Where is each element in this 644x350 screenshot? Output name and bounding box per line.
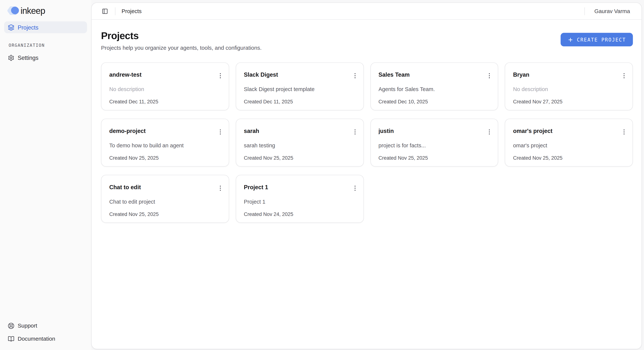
kebab-icon (620, 128, 628, 135)
kebab-icon (217, 72, 224, 79)
kebab-icon (351, 128, 358, 135)
project-card[interactable]: Chat to edit Chat to edit project Create… (101, 175, 229, 223)
user-menu-button[interactable]: Gaurav Varma (594, 8, 630, 14)
project-menu-button[interactable] (620, 71, 628, 80)
project-card[interactable]: Sales Team Agents for Sales Team. Create… (370, 62, 498, 110)
sidebar: inkeep Projects ORGANIZATION (0, 0, 91, 350)
project-card[interactable]: justin project is for facts... Created N… (370, 118, 498, 167)
projects-grid: andrew-test No description Created Dec 1… (101, 62, 633, 223)
project-created-date: Created Nov 27, 2025 (513, 99, 625, 105)
create-project-label: CREATE PROJECT (577, 37, 626, 42)
project-description: Project 1 (244, 198, 356, 206)
organization-section: Settings (4, 52, 87, 64)
project-menu-button[interactable] (485, 128, 494, 136)
kebab-icon (486, 72, 493, 79)
project-description: project is for facts... (378, 142, 490, 150)
sidebar-toggle-button[interactable] (102, 8, 108, 14)
project-description: Slack Digest project template (244, 86, 356, 93)
project-description: Agents for Sales Team. (378, 86, 490, 93)
content-header: Projects Projects help you organize your… (101, 29, 633, 52)
project-created-date: Created Nov 25, 2025 (378, 155, 490, 161)
sidebar-item-settings[interactable]: Settings (4, 52, 87, 64)
project-card[interactable]: sarah sarah testing Created Nov 25, 2025 (236, 118, 364, 167)
kebab-icon (217, 185, 224, 192)
life-buoy-icon (8, 322, 14, 329)
book-open-icon (8, 336, 14, 342)
kebab-icon (486, 128, 493, 135)
panel-left-icon (102, 8, 108, 14)
organization-section-label: ORGANIZATION (8, 43, 87, 47)
inkeep-logo[interactable]: inkeep (8, 5, 87, 16)
kebab-icon (351, 72, 358, 79)
app-root: inkeep Projects ORGANIZATION (0, 0, 644, 350)
project-created-date: Created Nov 25, 2025 (109, 155, 221, 161)
project-created-date: Created Nov 25, 2025 (244, 155, 356, 161)
sidebar-item-label: Documentation (18, 336, 55, 342)
sidebar-item-label: Projects (18, 24, 38, 30)
project-description: No description (513, 86, 625, 93)
project-description: To demo how to build an agent (109, 142, 221, 150)
project-card[interactable]: andrew-test No description Created Dec 1… (101, 62, 229, 110)
content: Projects Projects help you organize your… (92, 20, 642, 223)
project-menu-button[interactable] (620, 128, 628, 136)
project-created-date: Created Nov 24, 2025 (244, 211, 356, 217)
project-menu-button[interactable] (485, 71, 494, 80)
project-description: Chat to edit project (109, 198, 221, 206)
project-name: Sales Team (378, 71, 490, 78)
inkeep-logo-icon: inkeep (8, 5, 52, 16)
inkeep-wordmark: inkeep (20, 6, 45, 16)
topbar: Projects Gaurav Varma (92, 3, 642, 20)
sidebar-item-label: Settings (18, 54, 38, 61)
project-card[interactable]: Slack Digest Slack Digest project templa… (236, 62, 364, 110)
project-created-date: Created Dec 11, 2025 (244, 99, 356, 105)
project-name: sarah (244, 128, 356, 135)
project-menu-button[interactable] (216, 128, 224, 136)
project-description: omar's project (513, 142, 625, 150)
sidebar-footer: Support Documentation (4, 320, 87, 347)
topbar-right-divider (584, 7, 585, 15)
gear-icon (8, 54, 14, 61)
plus-icon (568, 37, 573, 42)
project-created-date: Created Dec 11, 2025 (109, 99, 221, 105)
project-description: No description (109, 86, 221, 93)
project-description: sarah testing (244, 142, 356, 150)
project-name: justin (378, 128, 490, 135)
project-card[interactable]: omar's project omar's project Created No… (505, 118, 633, 167)
project-name: andrew-test (109, 71, 221, 78)
project-menu-button[interactable] (351, 128, 359, 136)
project-name: Bryan (513, 71, 625, 78)
project-card[interactable]: Bryan No description Created Nov 27, 202… (505, 62, 633, 110)
breadcrumb: Projects (122, 8, 142, 14)
project-menu-button[interactable] (216, 184, 224, 192)
page-subtitle: Projects help you organize your agents, … (101, 44, 262, 52)
main-panel: Projects Gaurav Varma Projects Projects … (91, 2, 642, 349)
sidebar-item-documentation[interactable]: Documentation (4, 333, 87, 345)
project-menu-button[interactable] (216, 71, 224, 80)
project-name: Project 1 (244, 184, 356, 191)
sidebar-item-support[interactable]: Support (4, 320, 87, 332)
project-name: omar's project (513, 128, 625, 135)
page-title: Projects (101, 29, 262, 41)
project-menu-button[interactable] (351, 184, 359, 192)
project-created-date: Created Dec 10, 2025 (378, 99, 490, 105)
project-created-date: Created Nov 25, 2025 (109, 211, 221, 217)
create-project-button[interactable]: CREATE PROJECT (560, 33, 633, 46)
kebab-icon (351, 185, 358, 192)
project-name: demo-project (109, 128, 221, 135)
layers-icon (8, 24, 14, 30)
project-card[interactable]: demo-project To demo how to build an age… (101, 118, 229, 167)
project-menu-button[interactable] (351, 71, 359, 80)
project-card[interactable]: Project 1 Project 1 Created Nov 24, 2025 (236, 175, 364, 223)
sidebar-nav: Projects (4, 21, 87, 33)
project-name: Chat to edit (109, 184, 221, 191)
kebab-icon (620, 72, 628, 79)
project-name: Slack Digest (244, 71, 356, 78)
kebab-icon (217, 128, 224, 135)
sidebar-item-projects[interactable]: Projects (4, 21, 87, 33)
sidebar-item-label: Support (18, 323, 37, 329)
topbar-divider (115, 7, 116, 15)
project-created-date: Created Nov 25, 2025 (513, 155, 625, 161)
